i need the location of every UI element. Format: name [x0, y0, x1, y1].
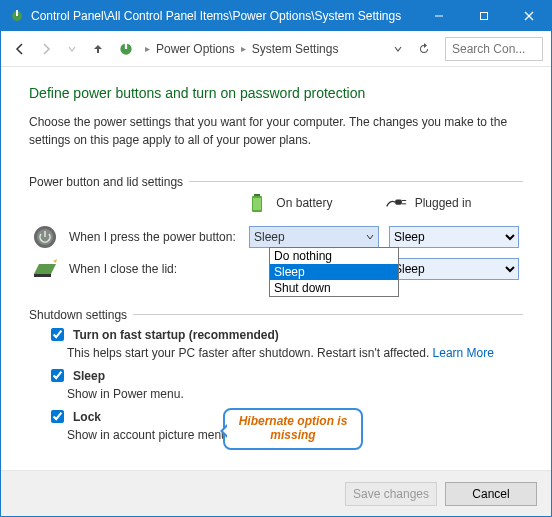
- section-label: Power button and lid settings: [29, 175, 189, 189]
- power-options-icon: [9, 8, 25, 24]
- back-button[interactable]: [9, 38, 31, 60]
- power-button-plugged-select[interactable]: Sleep: [389, 226, 519, 248]
- dropdown-option[interactable]: Shut down: [270, 280, 398, 296]
- lid-icon: [29, 258, 61, 280]
- dropdown-option[interactable]: Sleep: [270, 264, 398, 280]
- svg-rect-16: [34, 274, 51, 277]
- breadcrumb-item[interactable]: System Settings: [252, 42, 339, 56]
- refresh-button[interactable]: [413, 38, 435, 60]
- toolbar: ▸ Power Options ▸ System Settings: [1, 31, 551, 67]
- titlebar: Control Panel\All Control Panel Items\Po…: [1, 1, 551, 31]
- row-label: When I press the power button:: [69, 230, 236, 244]
- learn-more-link[interactable]: Learn More: [433, 346, 494, 360]
- lid-plugged-select[interactable]: Sleep: [389, 258, 519, 280]
- chevron-right-icon[interactable]: ▸: [145, 43, 150, 54]
- fast-startup-checkbox[interactable]: Turn on fast startup (recommended): [47, 325, 523, 344]
- cancel-button[interactable]: Cancel: [445, 482, 537, 506]
- column-label: Plugged in: [415, 196, 472, 210]
- svg-rect-11: [395, 200, 402, 205]
- page-title: Define power buttons and turn on passwor…: [29, 85, 523, 101]
- recent-dropdown[interactable]: [61, 38, 83, 60]
- close-button[interactable]: [506, 1, 551, 31]
- svg-rect-8: [254, 194, 260, 196]
- fast-startup-sub: This helps start your PC faster after sh…: [67, 346, 429, 360]
- window: Control Panel\All Control Panel Items\Po…: [0, 0, 552, 517]
- sleep-checkbox[interactable]: Sleep: [47, 366, 523, 385]
- maximize-button[interactable]: [461, 1, 506, 31]
- column-headers: On battery Plugged in: [29, 192, 523, 214]
- power-button-battery-dropdown: Do nothing Sleep Shut down: [269, 247, 399, 297]
- power-options-icon: [117, 40, 135, 58]
- svg-rect-7: [125, 42, 127, 49]
- chevron-down-icon: [366, 233, 374, 241]
- page-description: Choose the power settings that you want …: [29, 113, 523, 149]
- footer: Save changes Cancel: [1, 470, 551, 516]
- annotation-callout: Hibernate option is missing: [223, 408, 363, 450]
- svg-rect-3: [480, 13, 487, 20]
- power-button-battery-select[interactable]: Sleep: [249, 226, 379, 248]
- column-label: On battery: [276, 196, 332, 210]
- row-label: When I close the lid:: [69, 262, 177, 276]
- plug-icon: [385, 192, 407, 214]
- battery-icon: [246, 192, 268, 214]
- power-button-icon: [29, 224, 61, 250]
- breadcrumb: Power Options ▸ System Settings: [156, 42, 383, 56]
- address-dropdown[interactable]: [387, 38, 409, 60]
- forward-button[interactable]: [35, 38, 57, 60]
- section-label: Shutdown settings: [29, 308, 133, 322]
- up-button[interactable]: [87, 38, 109, 60]
- save-button[interactable]: Save changes: [345, 482, 437, 506]
- minimize-button[interactable]: [416, 1, 461, 31]
- dropdown-option[interactable]: Do nothing: [270, 248, 398, 264]
- svg-rect-10: [253, 198, 261, 210]
- chevron-right-icon[interactable]: ▸: [241, 43, 246, 54]
- title-path: Control Panel\All Control Panel Items\Po…: [31, 9, 416, 23]
- search-input[interactable]: [445, 37, 543, 61]
- svg-rect-1: [16, 10, 18, 16]
- sleep-sub: Show in Power menu.: [67, 387, 523, 401]
- breadcrumb-item[interactable]: Power Options: [156, 42, 235, 56]
